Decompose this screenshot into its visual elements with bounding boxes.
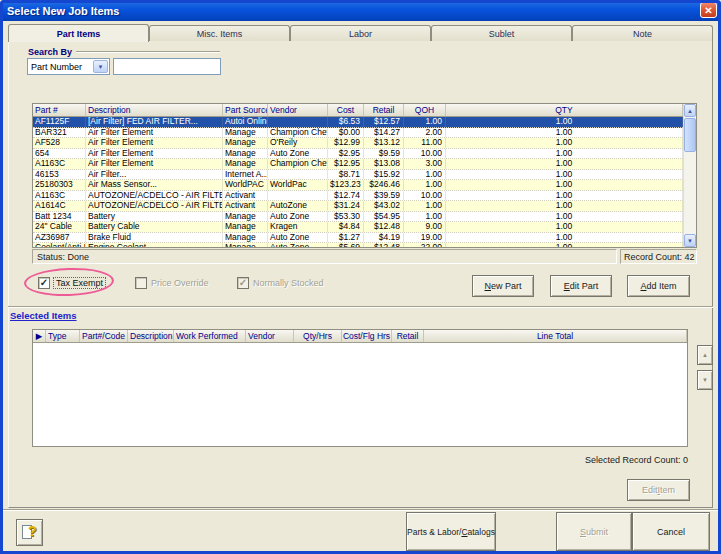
cell-qty: 1.00 <box>446 159 683 169</box>
cell-part: A1614C <box>33 201 86 211</box>
price-override-checkbox[interactable]: Price Override <box>135 276 209 290</box>
footer-divider <box>3 509 718 511</box>
table-row[interactable]: Batt 1234BatteryManageAuto Zone$53.30$54… <box>33 212 683 223</box>
help-icon: ? <box>28 523 37 539</box>
cell-retail: $4.19 <box>364 233 404 243</box>
cell-retail: $12.48 <box>364 243 404 247</box>
submit-button[interactable]: Submit <box>556 512 632 551</box>
table-row[interactable]: Coolant/Anti FreezeEngine CoolantManageA… <box>33 243 683 247</box>
column-header: QTY <box>446 104 683 116</box>
cell-cost: $4.84 <box>328 222 364 232</box>
table-row[interactable]: AF1125F[Air Filter] FED AIR FILTER...Aut… <box>33 117 683 128</box>
table-row[interactable]: A1614CAUTOZONE/ACDELCO - AIR FILTER...Ac… <box>33 201 683 212</box>
title-bar: Select New Job Items ✕ <box>0 0 721 21</box>
table-row[interactable]: 25180303Air Mass Sensor...WorldPACWorldP… <box>33 180 683 191</box>
cell-vendor: AutoZone <box>268 201 328 211</box>
tab-note[interactable]: Note <box>572 25 713 41</box>
cell-desc: Brake Fluid <box>86 233 223 243</box>
table-row[interactable]: A1163CAir Filter ElementManageChampion C… <box>33 159 683 170</box>
cancel-button[interactable]: Cancel <box>632 512 710 551</box>
cell-cost: $2.95 <box>328 149 364 159</box>
table-row[interactable]: A1163CAUTOZONE/ACDELCO - AIR FILTER...Ac… <box>33 191 683 202</box>
cell-part: BAR321 <box>33 128 86 138</box>
cell-part: 654 <box>33 149 86 159</box>
move-down-button[interactable]: ▼ <box>697 370 713 390</box>
table-row[interactable]: AZ36987Brake FluidManageAuto Zone$1.27$4… <box>33 233 683 244</box>
table-row[interactable]: BAR321Air Filter ElementManageChampion C… <box>33 128 683 139</box>
cell-qty: 1.00 <box>446 201 683 211</box>
chevron-down-icon[interactable]: ▼ <box>93 60 108 73</box>
selected-grid-body <box>33 343 687 446</box>
table-row[interactable]: 46153Air Filter...Internet A...$8.71$15.… <box>33 170 683 181</box>
cell-vendor <box>268 117 328 127</box>
check-icon: ✓ <box>239 278 247 288</box>
cell-vendor <box>268 170 328 180</box>
cell-cost: $0.00 <box>328 128 364 138</box>
cell-qoh: 1.00 <box>404 201 446 211</box>
cell-retail: $13.12 <box>364 138 404 148</box>
cell-vendor: Kragen <box>268 222 328 232</box>
tab-sublet[interactable]: Sublet <box>431 25 572 41</box>
selected-items-label: Selected Items <box>10 310 77 321</box>
table-row[interactable]: 24" CableBattery CableManageKragen$4.84$… <box>33 222 683 233</box>
cell-source: Activant <box>223 191 268 201</box>
column-header: Retail <box>364 104 404 116</box>
cell-desc: Air Mass Sensor... <box>86 180 223 190</box>
cell-source: Manage <box>223 149 268 159</box>
cell-cost: $6.53 <box>328 117 364 127</box>
tax-exempt-checkbox[interactable]: ✓ Tax Exempt <box>38 276 105 290</box>
close-icon: ✕ <box>704 5 712 16</box>
cell-retail: $43.02 <box>364 201 404 211</box>
record-count-panel: Record Count: 42 <box>620 249 697 264</box>
cell-desc: Air Filter Element <box>86 138 223 148</box>
add-item-button[interactable]: Add Item <box>627 275 690 297</box>
cell-retail: $54.95 <box>364 212 404 222</box>
cell-desc: AUTOZONE/ACDELCO - AIR FILTER... <box>86 191 223 201</box>
scrollbar-thumb[interactable] <box>684 118 696 152</box>
cell-cost: $123.23 <box>328 180 364 190</box>
cell-vendor: Champion Chevr... <box>268 159 328 169</box>
parts-grid-rows: AF1125F[Air Filter] FED AIR FILTER...Aut… <box>33 117 683 247</box>
tab-labor[interactable]: Labor <box>290 25 431 41</box>
cell-part: 24" Cable <box>33 222 86 232</box>
cell-vendor <box>268 191 328 201</box>
scroll-up-icon[interactable]: ▲ <box>684 104 696 117</box>
cell-desc: Air Filter Element <box>86 149 223 159</box>
parts-grid-scrollbar[interactable]: ▲ ▼ <box>683 104 696 247</box>
scroll-down-icon[interactable]: ▼ <box>684 234 696 247</box>
column-header: Part Source <box>223 104 268 116</box>
cell-cost: $1.27 <box>328 233 364 243</box>
record-count-text: Record Count: 42 <box>624 252 695 262</box>
column-header: Part # <box>33 104 86 116</box>
edit-part-button[interactable]: Edit Part <box>550 275 612 297</box>
selected-items-grid: ▶TypePart#/CodeDescriptionWork Performed… <box>32 329 688 447</box>
edit-item-button[interactable]: Edit Item <box>627 479 690 501</box>
tab-misc-items[interactable]: Misc. Items <box>149 25 290 41</box>
check-icon: ✓ <box>40 278 48 288</box>
cell-qty: 1.00 <box>446 149 683 159</box>
tab-part-items[interactable]: Part Items <box>8 24 149 42</box>
cell-part: AF1125F <box>33 117 86 127</box>
parts-labor-catalogs-button[interactable]: Parts & Labor/Catalogs <box>406 512 496 551</box>
cell-vendor: Auto Zone <box>268 149 328 159</box>
cell-qty: 1.00 <box>446 212 683 222</box>
table-row[interactable]: 654Air Filter ElementManageAuto Zone$2.9… <box>33 149 683 160</box>
close-button[interactable]: ✕ <box>700 2 717 18</box>
normally-stocked-checkbox[interactable]: ✓ Normally Stocked <box>237 276 324 290</box>
search-input[interactable] <box>113 58 221 75</box>
checkbox-box: ✓ <box>237 277 249 289</box>
checkbox-box <box>135 277 147 289</box>
cell-qty: 1.00 <box>446 222 683 232</box>
move-up-button[interactable]: ▲ <box>697 345 713 365</box>
cell-qoh: 1.00 <box>404 212 446 222</box>
table-row[interactable]: AF528Air Filter ElementManageO'Reily$12.… <box>33 138 683 149</box>
cell-part: AZ36987 <box>33 233 86 243</box>
cell-qty: 1.00 <box>446 180 683 190</box>
cell-qoh: 9.00 <box>404 222 446 232</box>
cell-qoh: 11.00 <box>404 138 446 148</box>
parts-grid: Part #DescriptionPart SourceVendorCostRe… <box>32 103 697 248</box>
help-button[interactable]: ? <box>16 519 43 546</box>
new-part-button[interactable]: New Part <box>472 275 534 297</box>
parts-grid-header: Part #DescriptionPart SourceVendorCostRe… <box>33 104 683 117</box>
search-field-dropdown[interactable]: Part Number ▼ <box>27 58 110 75</box>
